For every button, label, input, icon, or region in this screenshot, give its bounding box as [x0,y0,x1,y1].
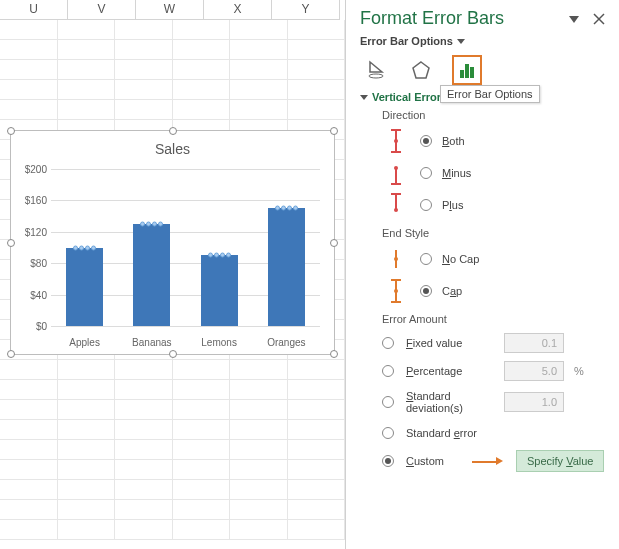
y-axis-tick: $40 [17,289,47,300]
radio-indicator [420,167,432,179]
bar[interactable]: Lemons [201,169,238,326]
svg-rect-7 [470,67,474,78]
data-point-markers [201,253,238,258]
y-axis-tick: $80 [17,258,47,269]
svg-rect-5 [460,70,464,78]
svg-point-17 [394,208,398,212]
resize-handle[interactable] [330,239,338,247]
resize-handle[interactable] [7,350,15,358]
tooltip: Error Bar Options [440,85,540,103]
radio-label: Percentage [406,365,494,377]
amount-stderr[interactable]: Standard error [382,419,605,447]
amount-fixed[interactable]: Fixed value [382,329,605,357]
percentage-input[interactable] [504,361,564,381]
data-point-markers [66,245,103,250]
radio-label: Custom [406,455,462,467]
svg-point-14 [394,166,398,170]
svg-rect-6 [465,64,469,78]
endstyle-nocap[interactable]: No Cap [382,243,605,275]
error-bar-options-dropdown[interactable]: Error Bar Options [360,35,605,47]
x-axis-label: Apples [50,337,120,348]
resize-handle[interactable] [169,350,177,358]
chevron-down-icon [457,39,465,44]
data-point-markers [268,206,305,211]
format-error-bars-pane: Format Error Bars Error Bar Options [345,0,619,549]
chart-plot-area[interactable]: $0$40$80$120$160$200ApplesBananasLemonsO… [51,169,320,326]
y-axis-tick: $200 [17,164,47,175]
specify-value-button[interactable]: Specify Value [516,450,604,472]
endstyle-label: End Style [382,227,605,239]
cap-icon [382,278,410,304]
collapse-icon [360,95,368,100]
x-axis-label: Bananas [117,337,187,348]
radio-indicator [420,253,432,265]
bar[interactable]: Bananas [133,169,170,326]
radio-label: Standarddeviation(s) [406,390,494,414]
percent-sign: % [574,365,584,377]
both-icon [382,128,410,154]
spreadsheet: U V W X Y Sales $0$40$80$120$160$200Appl… [0,0,345,549]
radio-indicator [420,285,432,297]
error-amount-label: Error Amount [382,313,605,325]
pane-title: Format Error Bars [360,8,504,29]
col-header[interactable]: X [204,0,272,20]
svg-marker-0 [569,16,579,23]
bar-options-tab-icon[interactable] [452,55,482,85]
amount-custom[interactable]: Custom Specify Value [382,447,605,475]
chart-object[interactable]: Sales $0$40$80$120$160$200ApplesBananasL… [10,130,335,355]
col-header[interactable]: V [68,0,136,20]
error-bar-options-label: Error Bar Options [360,35,453,47]
svg-marker-4 [413,62,429,78]
plus-icon [382,192,410,218]
x-axis-label: Oranges [251,337,321,348]
resize-handle[interactable] [7,239,15,247]
effects-tab-icon[interactable] [406,55,436,85]
resize-handle[interactable] [169,127,177,135]
y-axis-tick: $0 [17,321,47,332]
radio-label: Minus [442,167,471,179]
y-axis-tick: $160 [17,195,47,206]
column-headers: U V W X Y [0,0,345,20]
radio-label: Plus [442,199,463,211]
svg-point-11 [394,139,398,143]
radio-indicator [420,135,432,147]
amount-stddev[interactable]: Standarddeviation(s) [382,385,605,419]
direction-both[interactable]: Both [382,125,605,157]
svg-point-23 [394,289,398,293]
col-header[interactable]: U [0,0,68,20]
resize-handle[interactable] [7,127,15,135]
radio-label: Both [442,135,465,147]
direction-minus[interactable]: Minus [382,157,605,189]
stddev-input[interactable] [504,392,564,412]
data-point-markers [133,221,170,226]
direction-label: Direction [382,109,605,121]
col-header[interactable]: W [136,0,204,20]
y-axis-tick: $120 [17,226,47,237]
col-header[interactable]: Y [272,0,340,20]
radio-indicator [420,199,432,211]
radio-indicator [382,455,394,467]
radio-indicator [382,427,394,439]
radio-label: Fixed value [406,337,494,349]
bar[interactable]: Oranges [268,169,305,326]
resize-handle[interactable] [330,127,338,135]
radio-label: Standard error [406,427,494,439]
radio-indicator [382,337,394,349]
resize-handle[interactable] [330,350,338,358]
direction-plus[interactable]: Plus [382,189,605,221]
svg-point-3 [369,74,383,78]
options-dropdown-icon[interactable] [569,14,579,24]
close-icon[interactable] [593,13,605,25]
minus-icon [382,160,410,186]
bar[interactable]: Apples [66,169,103,326]
svg-point-19 [394,257,398,261]
radio-label: No Cap [442,253,479,265]
radio-indicator [382,396,394,408]
nocap-icon [382,246,410,272]
amount-percentage[interactable]: Percentage % [382,357,605,385]
fill-line-tab-icon[interactable] [360,55,390,85]
fixed-value-input[interactable] [504,333,564,353]
radio-label: Cap [442,285,462,297]
endstyle-cap[interactable]: Cap [382,275,605,307]
radio-indicator [382,365,394,377]
